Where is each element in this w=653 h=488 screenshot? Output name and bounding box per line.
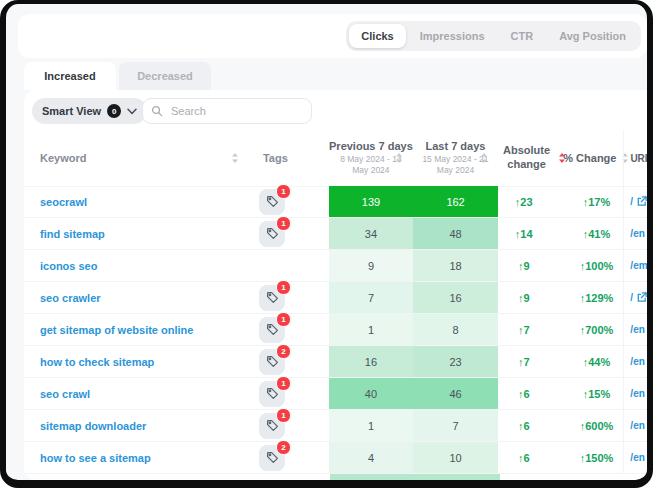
url-cell: /en bbox=[623, 378, 647, 409]
url-link[interactable]: /en bbox=[630, 228, 644, 239]
url-link[interactable]: / bbox=[630, 292, 647, 303]
column-header-previous-7-days[interactable]: Previous 7 days 8 May 2024 - 14 May 2024 bbox=[329, 130, 414, 186]
percent-change-cell: ↑700% bbox=[570, 314, 624, 345]
tags-cell: 1 bbox=[245, 282, 305, 313]
column-label-previous: Previous 7 days bbox=[329, 140, 413, 152]
tag-button[interactable]: 2 bbox=[259, 349, 285, 375]
previous-value-cell: 7 bbox=[329, 282, 414, 313]
tag-button[interactable]: 1 bbox=[259, 189, 285, 215]
table-body: seocrawl1139162↑23↑17%/find sitemap13448… bbox=[24, 186, 647, 480]
tag-button[interactable]: 2 bbox=[259, 445, 285, 471]
trend-tab-increased[interactable]: Increased bbox=[24, 62, 116, 90]
url-link[interactable]: / bbox=[630, 196, 647, 207]
smart-view-dropdown[interactable]: Smart View 0 bbox=[32, 98, 147, 124]
keyword-link[interactable]: find sitemap bbox=[40, 228, 105, 240]
previous-value-cell: 1 bbox=[329, 410, 414, 441]
previous-value-cell: 139 bbox=[329, 186, 414, 217]
url-link[interactable]: /en bbox=[630, 324, 644, 335]
keyword-link[interactable]: how to see a sitemap bbox=[40, 452, 151, 464]
table-row: get sitemap of website online118↑7↑700%/… bbox=[24, 314, 647, 346]
percent-change-cell: ↑150% bbox=[570, 442, 624, 473]
url-cell: /en bbox=[623, 346, 647, 377]
tag-button[interactable]: 1 bbox=[259, 221, 285, 247]
table-header: Keyword Tags Previous 7 days 8 May 2024 … bbox=[24, 130, 647, 187]
keyword-cell: iconos seo bbox=[24, 250, 245, 281]
metric-tab-ctr[interactable]: CTR bbox=[499, 24, 546, 48]
percent-change-value: ↑100% bbox=[580, 260, 614, 272]
sort-icon-keyword[interactable] bbox=[231, 152, 239, 164]
column-header-keyword[interactable]: Keyword bbox=[24, 130, 245, 186]
absolute-change-cell: ↑23 bbox=[498, 186, 570, 217]
percent-change-value: ↑600% bbox=[580, 420, 614, 432]
tag-icon bbox=[266, 355, 279, 368]
previous-value-cell: 34 bbox=[329, 218, 414, 249]
absolute-change-value: ↑14 bbox=[515, 228, 533, 240]
percent-change-cell: ↑41% bbox=[570, 218, 624, 249]
tag-button[interactable]: 1 bbox=[259, 413, 285, 439]
sort-icon-previous[interactable] bbox=[395, 152, 403, 164]
external-link-icon bbox=[636, 292, 647, 303]
last-value-cell: 48 bbox=[413, 218, 498, 249]
url-cell: /en bbox=[623, 314, 647, 345]
keyword-link[interactable]: seo crawler bbox=[40, 292, 101, 304]
column-header-url[interactable]: URL bbox=[623, 130, 647, 186]
table-row: iconos seo918↑9↑100%/em bbox=[24, 250, 647, 282]
keyword-cell: seocrawl bbox=[24, 186, 245, 217]
column-header-absolute-change[interactable]: Absolute change bbox=[498, 130, 570, 186]
keyword-cell: find sitemap bbox=[24, 218, 245, 249]
percent-change-value: ↑15% bbox=[583, 388, 611, 400]
absolute-change-value: ↑23 bbox=[515, 196, 533, 208]
metric-tab-avg-position[interactable]: Avg Position bbox=[547, 24, 638, 48]
tag-count-badge: 2 bbox=[276, 440, 291, 455]
metric-tab-clicks[interactable]: Clicks bbox=[349, 24, 405, 48]
url-link[interactable]: /en bbox=[630, 420, 644, 431]
keyword-link[interactable]: seo crawl bbox=[40, 388, 90, 400]
sort-icon-last[interactable] bbox=[480, 152, 488, 164]
table-row: sitemap downloader117↑6↑600%/en bbox=[24, 410, 647, 442]
url-cell: /em bbox=[623, 250, 647, 281]
keyword-cell: seo crawler bbox=[24, 282, 245, 313]
search-icon bbox=[151, 105, 163, 117]
tags-cell: 2 bbox=[245, 442, 305, 473]
url-link[interactable]: /en bbox=[630, 452, 644, 463]
column-spacer bbox=[305, 410, 329, 441]
tag-button[interactable]: 1 bbox=[259, 381, 285, 407]
table-row: seo crawler1716↑9↑129%/ bbox=[24, 282, 647, 314]
absolute-change-value: ↑7 bbox=[518, 356, 530, 368]
percent-change-value: ↑129% bbox=[580, 292, 614, 304]
next-row-peek bbox=[24, 474, 647, 480]
tag-count-badge: 1 bbox=[276, 376, 291, 391]
tag-button[interactable]: 1 bbox=[259, 317, 285, 343]
search-input[interactable] bbox=[169, 104, 315, 118]
percent-change-cell: ↑44% bbox=[570, 346, 624, 377]
url-link[interactable]: /em bbox=[630, 260, 647, 271]
keyword-link[interactable]: get sitemap of website online bbox=[40, 324, 193, 336]
table-toolbar: Smart View 0 bbox=[24, 90, 647, 130]
percent-change-cell: ↑129% bbox=[570, 282, 624, 313]
tag-button[interactable]: 1 bbox=[259, 285, 285, 311]
keyword-link[interactable]: how to check sitemap bbox=[40, 356, 154, 368]
absolute-change-cell: ↑7 bbox=[498, 314, 570, 345]
last-value-cell: 162 bbox=[413, 186, 498, 217]
column-header-last-7-days[interactable]: Last 7 days 15 May 2024 - 21 May 2024 bbox=[413, 130, 498, 186]
column-header-tags: Tags bbox=[245, 130, 305, 186]
keyword-cell: sitemap downloader bbox=[24, 410, 245, 441]
percent-change-cell: ↑15% bbox=[570, 378, 624, 409]
tags-cell bbox=[245, 250, 305, 281]
metric-tab-impressions[interactable]: Impressions bbox=[408, 24, 497, 48]
column-header-percent-change[interactable]: % Change bbox=[569, 130, 623, 186]
keyword-link[interactable]: iconos seo bbox=[40, 260, 97, 272]
tags-cell: 1 bbox=[245, 314, 305, 345]
keyword-link[interactable]: sitemap downloader bbox=[40, 420, 146, 432]
url-cell: / bbox=[623, 186, 647, 217]
last-value-cell: 18 bbox=[413, 250, 498, 281]
url-link[interactable]: /en bbox=[630, 356, 644, 367]
column-label-tags: Tags bbox=[263, 152, 288, 164]
previous-value-cell: 1 bbox=[329, 314, 414, 345]
keyword-link[interactable]: seocrawl bbox=[40, 196, 87, 208]
keyword-cell: seo crawl bbox=[24, 378, 245, 409]
column-label-absolute-change: Absolute change bbox=[502, 144, 552, 172]
url-link[interactable]: /en bbox=[630, 388, 644, 399]
url-cell: /en bbox=[623, 442, 647, 473]
trend-tab-decreased[interactable]: Decreased bbox=[119, 62, 211, 90]
